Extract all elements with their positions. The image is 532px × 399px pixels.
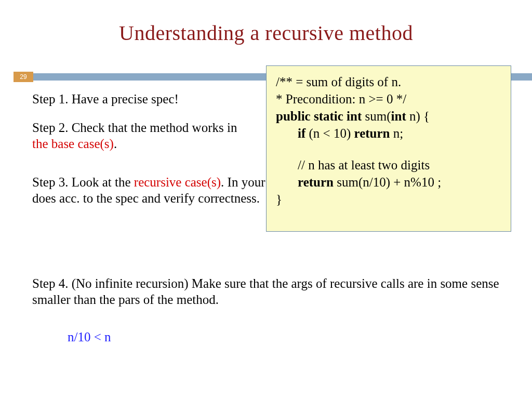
code-3d: n) { bbox=[406, 109, 430, 123]
code-line-5: // n has at least two digits bbox=[276, 156, 502, 174]
code-line-6: return sum(n/10) + n%10 ; bbox=[276, 174, 502, 191]
step-2-c: . bbox=[114, 137, 117, 151]
step-4-text: Step 4. (No infinite recursion) Make sur… bbox=[32, 275, 510, 308]
code-line-1: /** = sum of digits of n. bbox=[276, 73, 502, 90]
kw-public-static-int: public static int bbox=[276, 109, 362, 123]
step-2-a: Step 2. Check that the method works in bbox=[32, 121, 237, 135]
slide: Understanding a recursive method 29 Step… bbox=[0, 0, 532, 399]
step-2-highlight: the base case(s) bbox=[32, 137, 114, 151]
code-line-4: if (n < 10) return n; bbox=[276, 125, 502, 142]
code-box: /** = sum of digits of n. * Precondition… bbox=[266, 65, 511, 232]
code-6b: sum(n/10) + n%10 ; bbox=[334, 175, 441, 189]
inequality-note: n/10 < n bbox=[68, 330, 111, 344]
page-number-badge: 29 bbox=[14, 72, 33, 82]
kw-int-param: int bbox=[391, 109, 406, 123]
code-line-3: public static int sum(int n) { bbox=[276, 108, 502, 125]
step-2-text: Step 2. Check that the method works in t… bbox=[32, 119, 256, 152]
step-3-highlight: recursive case(s) bbox=[134, 175, 221, 189]
step-1-text: Step 1. Have a precise spec! bbox=[32, 91, 256, 107]
kw-return-1: return bbox=[354, 126, 390, 140]
slide-title: Understanding a recursive method bbox=[0, 21, 532, 45]
code-3b: sum( bbox=[362, 109, 391, 123]
code-blank-line bbox=[276, 142, 502, 156]
code-4d: n; bbox=[390, 126, 404, 140]
code-4b: (n < 10) bbox=[305, 126, 354, 140]
step-3-a: Step 3. Look at the bbox=[32, 175, 134, 189]
code-line-7: } bbox=[276, 191, 502, 208]
kw-return-2: return bbox=[298, 175, 334, 189]
kw-if: if bbox=[298, 126, 305, 140]
code-line-2: * Precondition: n >= 0 */ bbox=[276, 90, 502, 108]
